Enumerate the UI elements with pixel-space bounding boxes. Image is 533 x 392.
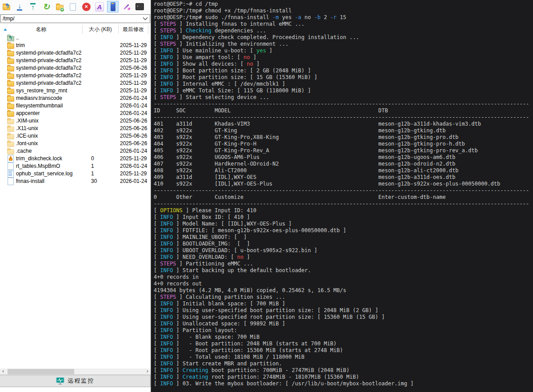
file-row[interactable]: rt_tables.MspBmO12026-01-24 [0,162,151,170]
file-list: ↰..trim2025-11-29systemd-private-dcfadfa… [0,34,151,368]
file-row[interactable]: ophub_start_service.log12025-11-29 [0,170,151,177]
terminal-line: [ INFO ] Dependency check completed. Pro… [154,34,533,41]
column-header-modified[interactable]: 最后修改 [119,25,148,34]
file-name: systemd-private-dcfadfa7c28... [16,80,82,86]
arrow-down-icon: ↓ [14,1,25,12]
terminal-line: 0 Other Customize Enter-custom-dtb-name [154,194,533,201]
remote-monitor-button[interactable]: 远程监控 [0,375,151,387]
folder-icon [7,72,14,79]
folder-icon [7,57,14,64]
file-row[interactable]: systemd-private-dcfadfa7c28...2025-11-29 [0,49,151,56]
terminal-line: ----------------------------------------… [154,201,533,207]
file-modified: 2025-06-26 [118,133,149,139]
file-row[interactable]: .font-unix2025-06-26 [0,139,151,147]
rename-button[interactable]: A [94,1,105,12]
file-row[interactable]: ↰.. [0,34,151,41]
arrow-up-icon: ↑ [28,1,38,12]
file-row[interactable]: .XIM-unix2025-06-26 [0,117,151,124]
horizontal-scrollbar[interactable]: ‹ › [0,368,151,375]
refresh-button[interactable]: ↻ [40,1,52,12]
scrollbar-thumb[interactable] [8,369,74,374]
file-name: .XIM-unix [16,118,82,124]
scrollbar-track[interactable] [6,368,144,375]
new-folder-button[interactable]: + [54,1,65,12]
new-file-button[interactable] [67,1,79,12]
file-row[interactable]: systemd-private-dcfadfa7c28...2025-11-29 [0,56,151,64]
file-name: systemd-private-dcfadfa7c28... [16,50,82,56]
terminal-line: 404 s922x GT-King-Pro-H meson-g12b-gtkin… [154,141,533,147]
magic-wand-icon: ∗ [121,1,131,12]
file-modified: 2025-11-29 [118,42,149,48]
terminal-line: [ INFO ] Creating boot partition: 700MiB… [154,367,533,374]
file-name: ophub_start_service.log [16,170,82,177]
scroll-left-arrow-icon[interactable]: ‹ [0,368,6,375]
file-manager-panel: ↰↓↑↻+×A∗› /tmp/ 名称 大小 (KB) 最后修改 ↰..trim2… [0,0,151,392]
scroll-right-arrow-icon[interactable]: › [144,368,151,375]
file-row[interactable]: filesystemthumbnail2026-01-24 [0,102,151,109]
parent-directory-button[interactable]: ↰ [0,1,12,12]
file-row[interactable]: fnnas-install302026-01-24 [0,177,151,185]
column-header-size[interactable]: 大小 (KB) [83,25,119,34]
file-modified: 2025-11-29 [118,155,149,162]
file-row[interactable]: .X11-unix2025-06-26 [0,124,151,132]
terminal-line: 406 s922x UGOOS-AM6-Plus meson-g12b-ugoo… [154,154,533,161]
file-row[interactable]: systemd-private-dcfadfa7c28...2025-11-29 [0,71,151,79]
terminal-line: [ STEPS ] Calculating partition sizes ..… [154,294,533,301]
open-terminal-button[interactable]: › [134,1,145,12]
terminal-line: [ STEPS ] Start selecting device ... [154,94,533,101]
terminal-line: [ INFO ] Using user-specified root parti… [154,314,533,321]
terminal-line: 409 a311d [IDL],WXY-OES meson-g12b-a311d… [154,174,533,181]
folder-hidden-icon [7,125,14,132]
file-modified: 2026-01-24 [118,178,149,184]
terminal-line: [ INFO ] Input Box ID: [ 410 ] [154,214,533,221]
file-size: 1 [82,170,118,177]
toolbar: ↰↓↑↻+×A∗› [0,0,151,13]
terminal-line: [ INFO ] Internal eMMC : [ /dev/mmcblk1 … [154,81,533,87]
file-row[interactable]: systemd-private-dcfadfa7c28...2025-11-29 [0,79,151,87]
file-modified: 2025-11-29 [118,80,149,86]
file-row[interactable]: mediasrv.transcode2026-01-24 [0,94,151,102]
file-row[interactable]: .ICE-unix2025-06-26 [0,132,151,139]
column-label-modified: 最后修改 [123,26,144,33]
file-modified: 2025-06-26 [118,125,149,131]
file-modified: 2025-11-29 [118,50,149,56]
delete-button[interactable]: × [80,1,92,12]
tools-button[interactable]: ∗ [120,1,132,12]
upload-button[interactable]: ↑ [27,1,39,12]
letter-a-icon: A [94,1,105,12]
parent-icon: ↰ [7,34,14,41]
terminal-line: root@OESP:~# cd /tmp [154,1,533,8]
terminal[interactable]: root@OESP:~# cd /tmproot@OESP:/tmp# chmo… [151,0,533,392]
file-name: .. [16,35,82,41]
file-modified: 2025-06-26 [118,65,149,71]
file-name: filesystemthumbnail [16,103,82,109]
panel-toggle-button[interactable] [107,1,119,12]
folder-icon [7,64,14,71]
path-combobox[interactable]: /tmp/ [0,14,150,23]
file-name: trim_diskcheck.lock [16,155,82,162]
folder-hidden-icon [7,147,14,154]
terminal-line: 405 s922x GT-King-Pro-Rev_A meson-g12b-g… [154,147,533,154]
download-button[interactable]: ↓ [14,1,25,12]
file-modified: 2025-11-29 [118,57,149,63]
terminal-line: 402 s922x GT-King meson-g12b-gtking.dtb [154,127,533,134]
column-header-name[interactable]: 名称 [0,25,83,34]
file-row[interactable]: trim_diskcheck.lock02025-11-29 [0,154,151,162]
file-row[interactable]: appcenter2026-01-24 [0,109,151,117]
file-name: systemd-private-dcfadfa7c28... [16,57,82,63]
folder-icon [7,102,14,109]
file-row[interactable]: .cache2026-01-24 [0,147,151,154]
terminal-line: [ INFO ] 03. Write the mybox bootloader:… [154,380,533,387]
file-modified: 2026-01-24 [118,103,149,109]
chevron-down-icon[interactable] [143,17,148,20]
file-row[interactable]: trim2025-11-29 [0,41,151,49]
terminal-line: root@OESP:/tmp# sudo ./fnnas-install -m … [154,14,533,21]
file-modified: 2025-11-29 [118,170,149,177]
file-name: trim [16,42,82,48]
app-window: ↰↓↑↻+×A∗› /tmp/ 名称 大小 (KB) 最后修改 ↰..trim2… [0,0,533,392]
terminal-line: 407 s922x Hardkernel-ODroid-N2 meson-g12… [154,161,533,167]
file-row[interactable]: systemd-private-dcfadfa7c28...2025-06-26 [0,64,151,71]
file-row[interactable]: sys_restore_tmp_mnt2025-11-29 [0,87,151,94]
file-name: .X11-unix [16,125,82,131]
drive-icon [107,1,118,12]
